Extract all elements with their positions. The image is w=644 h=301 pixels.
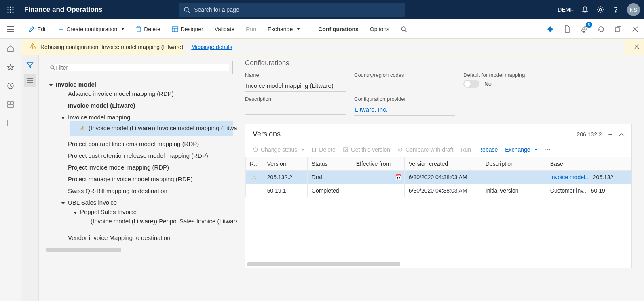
cycle-icon — [253, 147, 258, 153]
find-button[interactable] — [397, 23, 411, 35]
favorites-icon[interactable] — [6, 62, 15, 72]
compare-button: Compare with draft — [397, 146, 453, 153]
tree-node-invoice-model[interactable]: Invoice model — [49, 81, 233, 88]
attachments-icon[interactable]: 0 — [579, 23, 590, 35]
col-description[interactable]: Description — [481, 157, 546, 171]
name-field: Name Invoice model mapping (Litware) — [245, 72, 346, 92]
svg-point-0 — [8, 7, 9, 8]
global-search[interactable]: Search for a page — [179, 3, 405, 17]
tree-item[interactable]: Advance invoice model mapping (RDP) — [61, 90, 233, 97]
close-notification-icon[interactable] — [634, 44, 639, 50]
svg-point-12 — [615, 11, 616, 12]
svg-point-11 — [599, 9, 601, 11]
tree-item[interactable]: Project contract line items model mappin… — [61, 140, 233, 147]
default-mapping-toggle[interactable]: No — [463, 80, 576, 88]
workspaces-icon[interactable] — [6, 100, 15, 109]
horizontal-scrollbar[interactable] — [247, 262, 630, 266]
left-nav — [0, 39, 21, 301]
collapse-icon[interactable] — [619, 131, 624, 138]
user-avatar[interactable]: NS — [627, 3, 640, 16]
tree-item[interactable]: Vendor invoice Mapping to destination — [61, 234, 233, 241]
svg-rect-18 — [172, 27, 178, 32]
settings-icon[interactable] — [596, 6, 604, 14]
plus-icon — [58, 26, 64, 32]
edit-button[interactable]: Edit — [24, 23, 51, 35]
tree-item-selected[interactable]: ⚠(Invoice model (Litware)) Invoice model… — [74, 123, 233, 133]
versions-table: R... Version Status Effective from Versi… — [245, 157, 631, 197]
chevron-down-icon — [121, 28, 125, 30]
options-button[interactable]: Options — [366, 23, 393, 35]
exchange-button[interactable]: Exchange — [264, 23, 304, 35]
tree-node-peppol[interactable]: Peppol Sales Invoice — [74, 208, 233, 215]
name-value[interactable]: Invoice model mapping (Litware) — [245, 80, 346, 92]
tree-item[interactable]: (Invoice model (Litware)) Peppol Sales I… — [86, 218, 233, 225]
svg-point-2 — [13, 7, 14, 8]
create-configuration-button[interactable]: Create configuration — [54, 23, 129, 35]
col-created[interactable]: Version created — [404, 157, 481, 171]
col-r[interactable]: R... — [246, 157, 263, 171]
svg-point-5 — [13, 9, 14, 11]
version-exchange-button[interactable]: Exchange — [505, 146, 537, 153]
tree-node-ubl-sales[interactable]: UBL Sales invoice — [61, 199, 233, 206]
tree-filter[interactable] — [46, 61, 233, 74]
tree-item[interactable]: Swiss QR-Bill mapping to destination — [61, 187, 233, 194]
page-icon[interactable] — [562, 23, 573, 35]
svg-point-1 — [10, 7, 11, 8]
country-value[interactable] — [354, 80, 455, 91]
notifications-icon[interactable] — [581, 6, 589, 14]
diamond-icon[interactable] — [545, 23, 556, 35]
svg-point-6 — [8, 12, 9, 13]
download-icon — [343, 147, 348, 153]
base-link[interactable]: Invoice model... — [550, 174, 590, 180]
svg-rect-31 — [8, 102, 10, 104]
app-launcher-icon[interactable] — [4, 3, 17, 16]
horizontal-scrollbar[interactable] — [46, 248, 233, 252]
more-actions-icon[interactable]: ⋯ — [545, 146, 551, 153]
filter-icon[interactable] — [24, 59, 36, 71]
search-icon — [401, 26, 407, 32]
svg-point-21 — [401, 27, 405, 31]
version-delete-button: Delete — [312, 146, 335, 153]
message-details-link[interactable]: Message details — [183, 40, 625, 54]
col-base[interactable]: Base — [546, 157, 631, 171]
svg-point-4 — [10, 9, 11, 11]
tree-item[interactable]: Invoice model (Litware) — [61, 102, 233, 109]
svg-rect-23 — [615, 28, 619, 32]
home-icon[interactable] — [6, 44, 15, 53]
company-code[interactable]: DEMF — [557, 6, 574, 13]
svg-point-39 — [7, 125, 8, 125]
delete-button[interactable]: Delete — [132, 23, 164, 35]
tree-item[interactable]: Project invoice model mapping (RDP) — [61, 164, 233, 171]
col-effective[interactable]: Effective from — [352, 157, 404, 171]
svg-point-38 — [7, 123, 8, 123]
validate-button[interactable]: Validate — [211, 23, 239, 35]
list-view-icon[interactable] — [24, 74, 36, 87]
svg-point-8 — [13, 12, 14, 13]
designer-button[interactable]: Designer — [168, 23, 207, 35]
search-icon — [50, 65, 55, 70]
table-row[interactable]: ⚠ 206.132.2 Draft 📅 6/30/2020 04:38:03 A… — [246, 171, 631, 184]
recent-icon[interactable] — [6, 81, 15, 91]
close-icon[interactable] — [629, 23, 641, 35]
tree-item[interactable]: Project cust retention release model map… — [61, 152, 233, 159]
default-mapping-field: Default for model mapping No — [463, 72, 576, 92]
nav-toggle-icon[interactable] — [0, 19, 21, 39]
rebase-button[interactable]: Rebase — [478, 146, 498, 153]
help-icon[interactable] — [612, 6, 620, 14]
provider-link[interactable]: Litware, Inc. — [354, 104, 455, 116]
svg-point-3 — [8, 9, 9, 11]
warning-icon: ⚠ — [80, 125, 85, 131]
configurations-tab[interactable]: Configurations — [314, 23, 363, 35]
description-value[interactable] — [245, 104, 346, 115]
configurations-heading: Configurations — [245, 59, 632, 67]
calendar-icon[interactable]: 📅 — [395, 174, 402, 180]
tree-item[interactable]: Project manage invoice model mapping (RD… — [61, 176, 233, 182]
col-status[interactable]: Status — [307, 157, 352, 171]
modules-icon[interactable] — [6, 118, 15, 128]
tree-node-invoice-model-mapping[interactable]: Invoice model mapping — [61, 114, 233, 121]
table-row[interactable]: 50.19.1 Completed 6/30/2020 04:38:03 AM … — [246, 184, 631, 197]
popout-icon[interactable] — [612, 23, 624, 35]
refresh-icon[interactable] — [595, 23, 607, 35]
col-version[interactable]: Version — [263, 157, 307, 171]
tree-filter-input[interactable] — [55, 64, 229, 71]
